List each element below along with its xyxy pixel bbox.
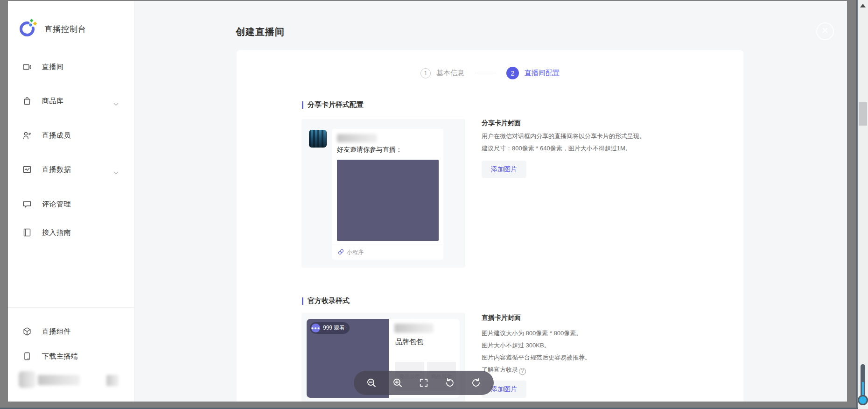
live-cover-line1: 图片建议大小为 800像素 * 800像素。 — [482, 327, 591, 339]
user-badge-redacted — [106, 375, 119, 386]
live-cover-line2: 图片大小不超过 300KB。 — [482, 339, 591, 352]
create-live-room-modal: 1 基本信息 2 直播间配置 分享卡片样式配置 好友邀请你参与直播： — [237, 50, 743, 402]
step-number: 1 — [420, 68, 431, 78]
share-card-preview: 好友邀请你参与直播： 小程序 — [332, 129, 443, 260]
stepper: 1 基本信息 2 直播间配置 — [420, 67, 560, 79]
share-card-preview-panel: 好友邀请你参与直播： 小程序 — [301, 119, 465, 268]
sidebar-item-comment-management[interactable]: 评论管理 — [8, 194, 134, 214]
official-style-section-heading: 官方收录样式 — [302, 296, 350, 305]
chart-icon — [22, 165, 32, 174]
step-number: 2 — [506, 67, 519, 79]
chevron-down-icon[interactable] — [113, 99, 119, 108]
help-icon[interactable]: ? — [519, 368, 526, 375]
sidebar-item-live-members[interactable]: 直播成员 — [8, 125, 134, 146]
scrollbar-thumb[interactable] — [859, 102, 867, 126]
members-icon — [22, 131, 32, 140]
image-toolbar — [354, 371, 494, 395]
add-image-button-share[interactable]: 添加图片 — [482, 161, 526, 178]
sidebar-divider — [8, 307, 134, 308]
sidebar-item-product-library[interactable]: 商品库 — [8, 91, 134, 111]
phone-icon — [22, 352, 32, 361]
share-cover-line2: 建议尺寸：800像素 * 640像素，图片大小不得超过1M。 — [482, 142, 645, 155]
brand: 直播控制台 — [19, 19, 86, 39]
scrollbar-track[interactable] — [858, 0, 868, 409]
page-title: 创建直播间 — [236, 26, 285, 38]
sidebar-item-live-components[interactable]: 直播组件 — [8, 321, 134, 342]
screenshot-root: 直播控制台 直播间 商品库 — [0, 0, 868, 409]
invite-text: 好友邀请你参与直播： — [337, 146, 402, 154]
sidebar-item-label: 直播间 — [42, 63, 64, 71]
shop-name-redacted — [394, 324, 434, 333]
user-name-redacted — [38, 375, 80, 385]
share-avatar-image — [309, 130, 327, 148]
sidebar-item-integration-guide[interactable]: 接入指南 — [8, 222, 134, 243]
comment-icon — [22, 199, 32, 209]
sidebar-item-download-host-app[interactable]: 下载主播端 — [8, 346, 134, 367]
sidebar-item-label: 评论管理 — [42, 200, 71, 209]
link-icon — [338, 248, 344, 257]
close-button[interactable] — [816, 22, 834, 40]
close-icon — [821, 27, 829, 36]
fullscreen-icon[interactable] — [418, 377, 429, 388]
sidebar-item-label: 直播组件 — [42, 327, 71, 336]
rotate-right-icon[interactable] — [470, 377, 482, 388]
live-cover-description: 图片建议大小为 800像素 * 800像素。 图片大小不超过 300KB。 图片… — [482, 327, 591, 376]
step-basic-info[interactable]: 1 基本信息 — [420, 68, 464, 78]
scroll-cursor-indicator — [857, 364, 868, 409]
step-connector — [475, 73, 496, 73]
share-cover-description: 用户在微信对话框内分享的直播间将以分享卡片的形式呈现。 建议尺寸：800像素 *… — [482, 130, 645, 155]
share-cover-title: 分享卡片封面 — [482, 119, 521, 127]
sidebar-item-label: 直播成员 — [42, 131, 71, 140]
step-label: 直播间配置 — [525, 69, 560, 78]
avatar — [19, 371, 35, 388]
thermometer-bulb — [858, 395, 868, 405]
sender-name-redacted — [337, 134, 377, 142]
share-cover-placeholder — [337, 160, 439, 241]
chevron-down-icon[interactable] — [113, 168, 119, 176]
step-label: 基本信息 — [436, 69, 464, 78]
cube-icon — [22, 327, 32, 336]
share-cover-line1: 用户在微信对话框内分享的直播间将以分享卡片的形式呈现。 — [482, 130, 645, 142]
share-card-footer: 小程序 — [332, 245, 443, 260]
window-border — [856, 0, 857, 409]
viewers-badge: ●●● 999 观看 — [310, 322, 350, 334]
brand-label: 直播控制台 — [44, 24, 86, 35]
sidebar-item-live-room[interactable]: 直播间 — [8, 56, 134, 77]
sidebar-item-label: 商品库 — [42, 97, 64, 106]
rotate-left-icon[interactable] — [444, 377, 455, 388]
scrollbar-up-arrow[interactable] — [860, 4, 866, 7]
app-window: 直播控制台 直播间 商品库 — [8, 1, 847, 402]
live-cover-line3: 图片内容遵循平台规范后更容易被推荐。 — [482, 352, 591, 364]
heading-accent-bar — [302, 297, 303, 305]
sidebar-item-label: 接入指南 — [42, 228, 71, 237]
user-profile[interactable] — [8, 369, 134, 392]
sidebar-item-live-data[interactable]: 直播数据 — [8, 159, 134, 180]
zoom-in-icon[interactable] — [392, 377, 403, 388]
sidebar-item-label: 直播数据 — [42, 165, 71, 174]
app-logo-icon — [19, 19, 37, 39]
live-cover-title: 直播卡片封面 — [482, 314, 521, 322]
sidebar: 直播控制台 直播间 商品库 — [8, 1, 134, 402]
heading-accent-bar — [302, 101, 303, 109]
shopping-bag-icon — [22, 96, 32, 106]
live-dots-icon: ●●● — [311, 324, 320, 332]
video-camera-icon — [22, 62, 32, 71]
share-card-section-heading: 分享卡片样式配置 — [302, 100, 364, 109]
step-room-config[interactable]: 2 直播间配置 — [506, 67, 560, 79]
guide-book-icon — [22, 228, 32, 237]
sidebar-item-label: 下载主播端 — [42, 352, 78, 361]
live-card-title: 品牌包包 — [395, 338, 423, 346]
zoom-out-icon[interactable] — [366, 377, 377, 388]
mini-program-label: 小程序 — [347, 248, 364, 256]
